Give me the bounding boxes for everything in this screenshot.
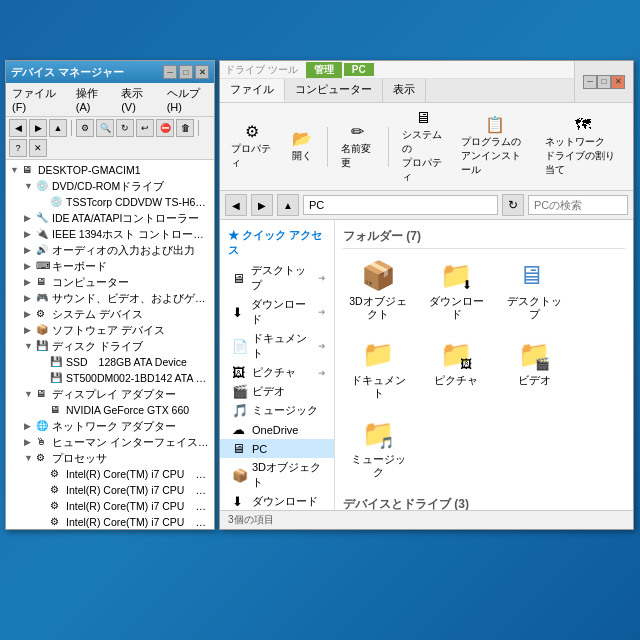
tree-hdd[interactable]: 💾 ST500DM002-1BD142 ATA Device [8, 370, 212, 386]
folder-music[interactable]: 📁 🎵 ミュージック [343, 413, 413, 484]
toolbar-close-x[interactable]: ✕ [29, 139, 47, 157]
tree-ieee[interactable]: ▶ 🔌 IEEE 1394ホスト コントローラー [8, 226, 212, 242]
folder-documents[interactable]: 📁 ドキュメント [343, 334, 413, 405]
ribbon-sep2 [388, 127, 389, 167]
tree-disk[interactable]: ▼ 💾 ディスク ドライブ [8, 338, 212, 354]
hid-icon: 🖱 [36, 435, 50, 449]
ribbon-uninstall[interactable]: 📋 プログラムのアンインストール [455, 113, 535, 180]
expand-dvdrom: ▼ [24, 179, 36, 193]
maximize-button[interactable]: □ [179, 65, 193, 79]
folder-download[interactable]: 📁 ⬇ ダウンロード [421, 255, 491, 326]
tree-nvidia[interactable]: 🖥 NVIDIA GeForce GTX 660 [8, 402, 212, 418]
address-bar: ◀ ▶ ▲ PC ↻ [220, 191, 633, 220]
menu-help[interactable]: ヘルプ(H) [164, 85, 211, 114]
up-button[interactable]: ▲ [277, 194, 299, 216]
minimize-button[interactable]: ─ [163, 65, 177, 79]
cpu1-icon: ⚙ [50, 467, 64, 481]
search-input[interactable] [528, 195, 628, 215]
folder-videos-overlay: 🎬 [535, 357, 550, 371]
ribbon-open[interactable]: 📂 開く [284, 127, 320, 166]
tree-audio[interactable]: ▶ 🔊 オーディオの入力および出力 [8, 242, 212, 258]
ribbon-system[interactable]: 🖥 システムのプロパティ [396, 106, 451, 187]
tree-dvdrom-device[interactable]: 💿 TSSTcorp CDDVDW TS-H653J ATA Device [8, 194, 212, 210]
uninstall-icon: 📋 [485, 116, 505, 134]
toolbar-back[interactable]: ◀ [9, 119, 27, 137]
tree-ide[interactable]: ▶ 🔧 IDE ATA/ATAPIコントローラー [8, 210, 212, 226]
sidebar-onedrive[interactable]: ☁ OneDrive [220, 420, 334, 439]
tree-cpu3[interactable]: ⚙ Intel(R) Core(TM) i7 CPU 920 @ 2.67GHz [8, 498, 212, 514]
hdd-label: ST500DM002-1BD142 ATA Device [66, 371, 210, 385]
tree-cpu1[interactable]: ⚙ Intel(R) Core(TM) i7 CPU 920 @ 2.67GHz [8, 466, 212, 482]
sidebar-desktop[interactable]: 🖥 デスクトップ ➜ [220, 261, 334, 295]
expand-keyboard: ▶ [24, 259, 36, 273]
tree-system[interactable]: ▶ ⚙ システム デバイス [8, 306, 212, 322]
sidebar-music[interactable]: 🎵 ミュージック [220, 401, 334, 420]
tree-cpu4[interactable]: ⚙ Intel(R) Core(TM) i7 CPU 920 @ 2.67GHz [8, 514, 212, 529]
tree-dvdrom[interactable]: ▼ 💿 DVD/CD-ROMドライブ [8, 178, 212, 194]
tree-computer[interactable]: ▼ 🖥 DESKTOP-GMACIM1 [8, 162, 212, 178]
tree-display[interactable]: ▼ 🖥 ディスプレイ アダプター [8, 386, 212, 402]
expand-ieee: ▶ [24, 227, 36, 241]
folder-3d[interactable]: 📦 3Dオブジェクト [343, 255, 413, 326]
tree-computer2[interactable]: ▶ 🖥 コンピューター [8, 274, 212, 290]
sidebar-pictures[interactable]: 🖼 ピクチャ ➜ [220, 363, 334, 382]
explorer-body: ★ クイック アクセス 🖥 デスクトップ ➜ ⬇ ダウンロード ➜ 📄 ドキュメ… [220, 220, 633, 510]
hid-label: ヒューマン インターフェイス デバイス [52, 435, 210, 449]
folder-desktop[interactable]: 🖥 デスクトップ [499, 255, 569, 326]
toolbar-scan[interactable]: 🔍 [96, 119, 114, 137]
toolbar-update[interactable]: ↻ [116, 119, 134, 137]
quick-access-header[interactable]: ★ クイック アクセス [220, 225, 334, 261]
refresh-button[interactable]: ↻ [502, 194, 524, 216]
close-button[interactable]: ✕ [195, 65, 209, 79]
tree-software[interactable]: ▶ 📦 ソフトウェア デバイス [8, 322, 212, 338]
menu-file[interactable]: ファイル(F) [9, 85, 65, 114]
download2-icon: ⬇ [232, 494, 248, 509]
sidebar-download[interactable]: ⬇ ダウンロード ➜ [220, 295, 334, 329]
tab-view[interactable]: 表示 [383, 79, 426, 102]
folders-section-header: フォルダー (7) [343, 228, 625, 249]
tree-processor[interactable]: ▼ ⚙ プロセッサ [8, 450, 212, 466]
processor-label: プロセッサ [52, 451, 210, 465]
sidebar-documents[interactable]: 📄 ドキュメント ➜ [220, 329, 334, 363]
sidebar-pc[interactable]: 🖥 PC [220, 439, 334, 458]
toolbar-help[interactable]: ? [9, 139, 27, 157]
forward-button[interactable]: ▶ [251, 194, 273, 216]
video-icon: 🎬 [232, 384, 248, 399]
device-manager-menubar: ファイル(F) 操作(A) 表示(V) ヘルプ(H) [6, 83, 214, 117]
tree-cpu2[interactable]: ⚙ Intel(R) Core(TM) i7 CPU 920 @ 2.67GHz [8, 482, 212, 498]
ribbon-properties[interactable]: ⚙ プロパティ [225, 120, 280, 173]
folder-pictures[interactable]: 📁 🖼 ピクチャ [421, 334, 491, 405]
ribbon-tab-highlight-manage[interactable]: 管理 [306, 62, 342, 78]
keyboard-label: キーボード [52, 259, 210, 273]
toolbar-up[interactable]: ▲ [49, 119, 67, 137]
tab-computer[interactable]: コンピューター [285, 79, 383, 102]
explorer-maximize[interactable]: □ [597, 75, 611, 89]
tab-file[interactable]: ファイル [220, 79, 285, 102]
menu-view[interactable]: 表示(V) [118, 85, 155, 114]
tree-ssd[interactable]: 💾 SSD 128GB ATA Device [8, 354, 212, 370]
device-tree[interactable]: ▼ 🖥 DESKTOP-GMACIM1 ▼ 💿 DVD/CD-ROMドライブ 💿… [6, 160, 214, 529]
toolbar-uninstall[interactable]: 🗑 [176, 119, 194, 137]
ribbon-rename[interactable]: ✏ 名前変更 [335, 120, 381, 173]
toolbar-properties[interactable]: ⚙ [76, 119, 94, 137]
address-field[interactable]: PC [303, 195, 498, 215]
toolbar-disable[interactable]: ⛔ [156, 119, 174, 137]
explorer-minimize[interactable]: ─ [583, 75, 597, 89]
ribbon-tab-pc[interactable]: PC [344, 63, 374, 76]
toolbar-forward[interactable]: ▶ [29, 119, 47, 137]
ribbon-map[interactable]: 🗺 ネットワークドライブの割り当て [539, 113, 628, 180]
menu-action[interactable]: 操作(A) [73, 85, 110, 114]
toolbar-rollback[interactable]: ↩ [136, 119, 154, 137]
system-label: システム デバイス [52, 307, 210, 321]
explorer-close[interactable]: ✕ [611, 75, 625, 89]
back-button[interactable]: ◀ [225, 194, 247, 216]
folder-videos[interactable]: 📁 🎬 ビデオ [499, 334, 569, 405]
sidebar-video[interactable]: 🎬 ビデオ [220, 382, 334, 401]
sidebar-3d[interactable]: 📦 3Dオブジェクト [220, 458, 334, 492]
sidebar-download2[interactable]: ⬇ ダウンロード [220, 492, 334, 510]
tree-keyboard[interactable]: ▶ ⌨ キーボード [8, 258, 212, 274]
tree-hid[interactable]: ▶ 🖱 ヒューマン インターフェイス デバイス [8, 434, 212, 450]
tree-network[interactable]: ▶ 🌐 ネットワーク アダプター [8, 418, 212, 434]
folder-pictures-label: ピクチャ [434, 374, 478, 387]
tree-sound[interactable]: ▶ 🎮 サウンド、ビデオ、およびゲーム コントローラー [8, 290, 212, 306]
